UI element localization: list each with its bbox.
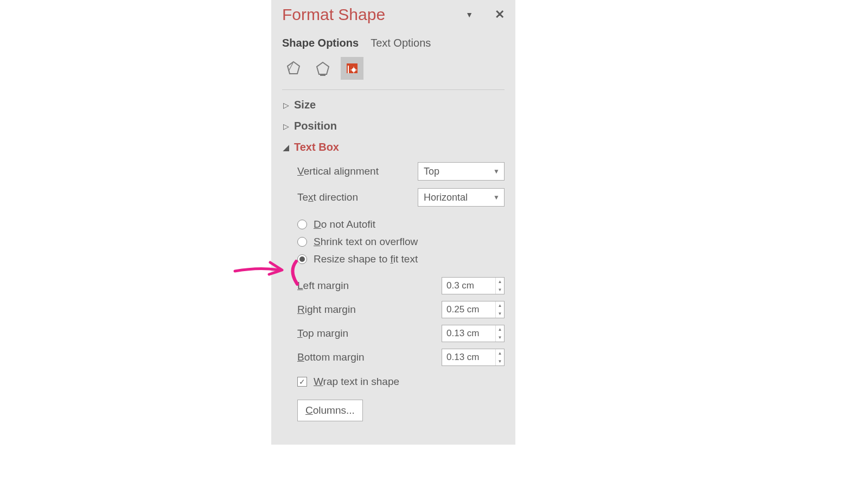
spinner-buttons: ▲ ▼: [495, 325, 504, 342]
bottom-margin-spinner[interactable]: 0.13 cm ▲ ▼: [442, 349, 505, 366]
svg-rect-3: [320, 74, 326, 76]
section-label: Position: [294, 120, 337, 132]
section-size[interactable]: ▷ Size: [282, 99, 505, 111]
radio-icon: [297, 220, 307, 229]
dropdown-value: Horizontal: [424, 192, 468, 203]
wrap-text-checkbox-row[interactable]: ✓ Wrap text in shape: [297, 376, 505, 388]
spinner-value: 0.3 cm: [442, 278, 495, 294]
resize-shape-to-fit-text-radio[interactable]: Resize shape to fit text: [297, 253, 505, 265]
bottom-margin-row: Bottom margin 0.13 cm ▲ ▼: [297, 349, 505, 366]
expand-icon: ▷: [282, 101, 290, 110]
svg-marker-0: [288, 62, 299, 74]
chevron-down-icon: ▼: [493, 194, 500, 201]
spinner-value: 0.25 cm: [442, 301, 495, 318]
divider: [282, 89, 505, 90]
section-label: Size: [294, 99, 316, 111]
section-text-box[interactable]: ◢ Text Box: [282, 141, 505, 153]
spinner-buttons: ▲ ▼: [495, 278, 504, 294]
spinner-up-icon[interactable]: ▲: [496, 349, 504, 357]
radio-label: Resize shape to fit text: [314, 253, 418, 265]
collapse-icon: ◢: [282, 143, 290, 152]
svg-marker-2: [317, 62, 329, 74]
checkbox-checked-icon: ✓: [297, 377, 307, 387]
format-shape-pane: Format Shape ▼ ✕ Shape Options Text Opti…: [271, 0, 515, 445]
text-direction-row: Text direction Horizontal ▼: [297, 188, 505, 207]
top-margin-label: Top margin: [297, 328, 348, 339]
spinner-value: 0.13 cm: [442, 325, 495, 342]
autofit-radio-group: Do not Autofit Shrink text on overflow R…: [297, 219, 505, 265]
icon-tab-row: [282, 57, 505, 80]
top-margin-spinner[interactable]: 0.13 cm ▲ ▼: [442, 325, 505, 342]
section-position[interactable]: ▷ Position: [282, 120, 505, 132]
vertical-alignment-row: Vertical alignment Top ▼: [297, 162, 505, 181]
tab-text-options[interactable]: Text Options: [371, 37, 431, 49]
radio-icon: [297, 237, 307, 247]
spinner-value: 0.13 cm: [442, 349, 495, 365]
pane-header: Format Shape ▼ ✕: [282, 5, 505, 24]
spinner-down-icon[interactable]: ▼: [496, 333, 504, 342]
spinner-down-icon[interactable]: ▼: [496, 310, 504, 318]
expand-icon: ▷: [282, 122, 290, 131]
pane-header-controls: ▼ ✕: [465, 8, 505, 22]
vertical-alignment-dropdown[interactable]: Top ▼: [418, 162, 505, 181]
tab-shape-options[interactable]: Shape Options: [282, 37, 359, 49]
effects-icon-tab[interactable]: [311, 57, 334, 80]
left-margin-row: Left margin 0.3 cm ▲ ▼: [297, 277, 505, 294]
close-icon[interactable]: ✕: [495, 8, 505, 22]
pane-collapse-icon[interactable]: ▼: [465, 10, 473, 19]
spinner-up-icon[interactable]: ▲: [496, 301, 504, 310]
columns-button[interactable]: Columns...: [297, 400, 363, 421]
margins-group: Left margin 0.3 cm ▲ ▼ Right margin 0.25…: [297, 277, 505, 366]
bottom-margin-label: Bottom margin: [297, 351, 365, 363]
top-margin-row: Top margin 0.13 cm ▲ ▼: [297, 325, 505, 342]
section-label: Text Box: [294, 141, 339, 153]
right-margin-label: Right margin: [297, 304, 356, 316]
fill-line-icon-tab[interactable]: [282, 57, 305, 80]
radio-icon-selected: [297, 254, 307, 264]
wrap-text-label: Wrap text in shape: [314, 376, 399, 388]
text-direction-dropdown[interactable]: Horizontal ▼: [418, 188, 505, 207]
pane-tabs: Shape Options Text Options: [282, 37, 505, 49]
chevron-down-icon: ▼: [493, 168, 500, 175]
left-margin-label: Left margin: [297, 280, 349, 292]
text-direction-label: Text direction: [297, 191, 358, 203]
right-margin-row: Right margin 0.25 cm ▲ ▼: [297, 301, 505, 318]
text-box-body: Vertical alignment Top ▼ Text direction …: [297, 162, 505, 421]
pane-title: Format Shape: [282, 5, 385, 24]
dropdown-value: Top: [424, 166, 439, 177]
spinner-up-icon[interactable]: ▲: [496, 325, 504, 333]
spinner-up-icon[interactable]: ▲: [496, 278, 504, 286]
right-margin-spinner[interactable]: 0.25 cm ▲ ▼: [442, 301, 505, 318]
radio-label: Do not Autofit: [314, 219, 375, 230]
size-properties-icon-tab[interactable]: [341, 57, 363, 80]
spinner-down-icon[interactable]: ▼: [496, 357, 504, 365]
spinner-down-icon[interactable]: ▼: [496, 286, 504, 294]
spinner-buttons: ▲ ▼: [495, 301, 504, 318]
radio-label: Shrink text on overflow: [314, 236, 418, 248]
spinner-buttons: ▲ ▼: [495, 349, 504, 365]
shrink-text-radio[interactable]: Shrink text on overflow: [297, 236, 505, 248]
vertical-alignment-label: Vertical alignment: [297, 165, 379, 177]
do-not-autofit-radio[interactable]: Do not Autofit: [297, 219, 505, 230]
left-margin-spinner[interactable]: 0.3 cm ▲ ▼: [442, 277, 505, 294]
